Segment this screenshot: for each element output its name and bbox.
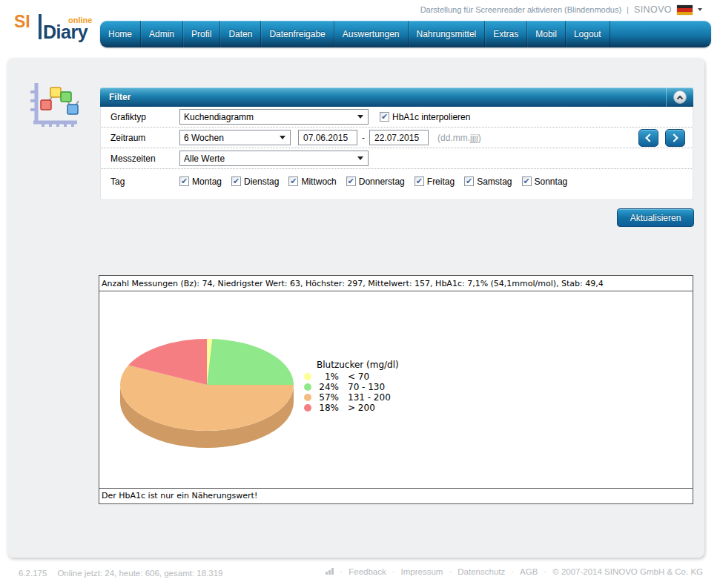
- german-flag-icon[interactable]: [677, 5, 693, 15]
- logo-online-text: online: [68, 16, 92, 24]
- zeitraum-select[interactable]: 6 Wochen: [179, 130, 291, 145]
- date-from-input[interactable]: [298, 130, 357, 145]
- grafiktyp-selected-value: Kuchendiagramm: [184, 112, 254, 122]
- checkbox-label: Mittwoch: [301, 176, 336, 187]
- checkbox-freitag[interactable]: Freitag: [415, 176, 455, 187]
- topbar-separator: |: [627, 5, 629, 14]
- checkbox-dienstag[interactable]: Dienstag: [231, 176, 279, 187]
- copyright: © 2007-2014 SINOVO GmbH & Co. KG: [552, 567, 703, 576]
- sidiary-logo[interactable]: SI Diary online: [9, 12, 92, 50]
- checkbox-checked-icon: [380, 112, 389, 122]
- legend-dot-green: [304, 383, 311, 391]
- nav-tab-home[interactable]: Home: [100, 21, 141, 47]
- checkbox-label: Freitag: [427, 176, 455, 187]
- footer-links: · Feedback · Impressum · Datenschutz · A…: [326, 567, 703, 576]
- logo-diary-text: Diary: [43, 22, 87, 43]
- plot-area: Blutzucker (mg/dl) 1% < 70 24% 70 - 130 …: [99, 291, 693, 475]
- online-stats: Online jetzt: 24, heute: 606, gesamt: 18…: [57, 569, 222, 578]
- sinovo-brand-label: SINOVO: [634, 4, 672, 15]
- logo-si-text: SI: [14, 12, 30, 32]
- day-checkbox-group: Montag Dienstag Mittwoch Donnerstag Frei…: [179, 176, 567, 187]
- footer-separator: ·: [340, 567, 343, 576]
- nav-tab-mobil[interactable]: Mobil: [527, 21, 566, 47]
- top-utility-bar: Darstellung für Screenreader aktivieren …: [420, 4, 702, 16]
- next-period-button[interactable]: [665, 129, 685, 147]
- checkbox-mittwoch[interactable]: Mittwoch: [288, 176, 336, 187]
- checkbox-donnerstag[interactable]: Donnerstag: [346, 176, 405, 187]
- chevron-down-icon[interactable]: [698, 8, 702, 11]
- grafiktyp-select[interactable]: Kuchendiagramm: [179, 109, 369, 125]
- stats-bars-icon: [326, 568, 334, 575]
- nav-tab-admin[interactable]: Admin: [141, 21, 183, 47]
- legend-item: 1% < 70: [304, 371, 399, 382]
- filter-header: Filter: [100, 87, 693, 107]
- hba1c-interpolate-checkbox[interactable]: HbA1c interpolieren: [380, 112, 470, 122]
- footer-separator: ·: [392, 567, 395, 576]
- legend-range: > 200: [348, 403, 375, 413]
- nav-tab-daten[interactable]: Daten: [220, 21, 261, 47]
- checkbox-montag[interactable]: Montag: [179, 176, 222, 187]
- chart-note: Der HbA1c ist nur ein Näherungswert!: [99, 488, 693, 503]
- checkbox-label: Montag: [192, 176, 222, 187]
- legend-dot-yellow: [304, 373, 311, 380]
- chart-area: Anzahl Messungen (Bz): 74, Niedrigster W…: [99, 275, 693, 504]
- legend-title: Blutzucker (mg/dl): [317, 360, 399, 370]
- nav-tab-extras[interactable]: Extras: [485, 21, 527, 47]
- filter-row-zeitraum: Zeitraum 6 Wochen - (dd.mm.jjjj): [102, 128, 692, 148]
- footer-separator: ·: [511, 567, 514, 576]
- chart-legend: Blutzucker (mg/dl) 1% < 70 24% 70 - 130 …: [304, 360, 399, 413]
- app-window: Darstellung für Screenreader aktivieren …: [0, 0, 720, 588]
- checkbox-checked-icon: [346, 176, 356, 186]
- footer-separator: ·: [449, 567, 452, 576]
- chevron-left-icon: [645, 133, 653, 142]
- dropdown-arrow-icon: [280, 136, 285, 139]
- checkbox-checked-icon: [179, 176, 189, 186]
- dropdown-arrow-icon: [357, 115, 363, 119]
- nav-tab-auswertungen[interactable]: Auswertungen: [334, 21, 409, 47]
- collapse-panel-button[interactable]: [673, 90, 687, 104]
- legend-item: 18% > 200: [304, 403, 399, 413]
- footer-status: 6.2.175 Online jetzt: 24, heute: 606, ge…: [19, 569, 223, 578]
- grafiktyp-label: Grafiktyp: [110, 112, 179, 122]
- checkbox-label: Samstag: [477, 176, 512, 187]
- messzeiten-select[interactable]: Alle Werte: [179, 151, 369, 166]
- nav-tab-datenfreigabe[interactable]: Datenfreigabe: [261, 21, 334, 47]
- date-range-dash: -: [362, 133, 365, 143]
- logo-divider-bar: [39, 14, 42, 39]
- footer-link-feedback[interactable]: Feedback: [349, 567, 386, 576]
- nav-tab-logout[interactable]: Logout: [566, 21, 610, 47]
- header-divider: [666, 87, 667, 107]
- main-nav: Home Admin Profil Daten Datenfreigabe Au…: [100, 21, 711, 47]
- footer-link-agb[interactable]: AGB: [520, 567, 538, 576]
- checkbox-checked-icon: [288, 176, 298, 186]
- checkbox-samstag[interactable]: Samstag: [464, 176, 512, 187]
- filter-title: Filter: [100, 92, 131, 102]
- date-format-hint: (dd.mm.jjjj): [437, 133, 481, 143]
- period-nav-buttons: [638, 129, 685, 147]
- nav-tab-nahrungsmittel[interactable]: Nahrungsmittel: [409, 21, 486, 47]
- legend-percent: 18%: [311, 403, 339, 413]
- checkbox-sonntag[interactable]: Sonntag: [522, 176, 568, 187]
- footer-link-datenschutz[interactable]: Datenschutz: [458, 567, 505, 576]
- aktualisieren-button[interactable]: Aktualisieren: [617, 208, 694, 227]
- nav-tab-profil[interactable]: Profil: [183, 21, 220, 47]
- screenreader-mode-link[interactable]: Darstellung für Screenreader aktivieren …: [420, 5, 621, 14]
- checkbox-checked-icon: [231, 176, 241, 186]
- previous-period-button[interactable]: [638, 129, 658, 147]
- date-to-input[interactable]: [369, 130, 429, 145]
- pie-chart: [110, 336, 318, 469]
- checkbox-checked-icon: [522, 176, 532, 186]
- legend-range: 70 - 130: [348, 382, 385, 392]
- footer-link-impressum[interactable]: Impressum: [401, 567, 443, 576]
- legend-percent: 57%: [311, 392, 339, 403]
- filter-row-grafiktyp: Grafiktyp Kuchendiagramm HbA1c interpoli…: [102, 107, 692, 128]
- checkbox-label: Dienstag: [244, 176, 279, 187]
- legend-dot-red: [304, 404, 311, 412]
- zeitraum-selected-value: 6 Wochen: [184, 133, 224, 143]
- app-version: 6.2.175: [19, 569, 47, 578]
- zeitraum-label: Zeitraum: [110, 133, 179, 143]
- legend-item: 57% 131 - 200: [304, 392, 399, 403]
- filter-row-tag: Tag Montag Dienstag Mittwoch Donnerstag …: [102, 170, 692, 193]
- chart-stats-line: Anzahl Messungen (Bz): 74, Niedrigster W…: [99, 276, 693, 291]
- legend-percent: 24%: [311, 382, 339, 392]
